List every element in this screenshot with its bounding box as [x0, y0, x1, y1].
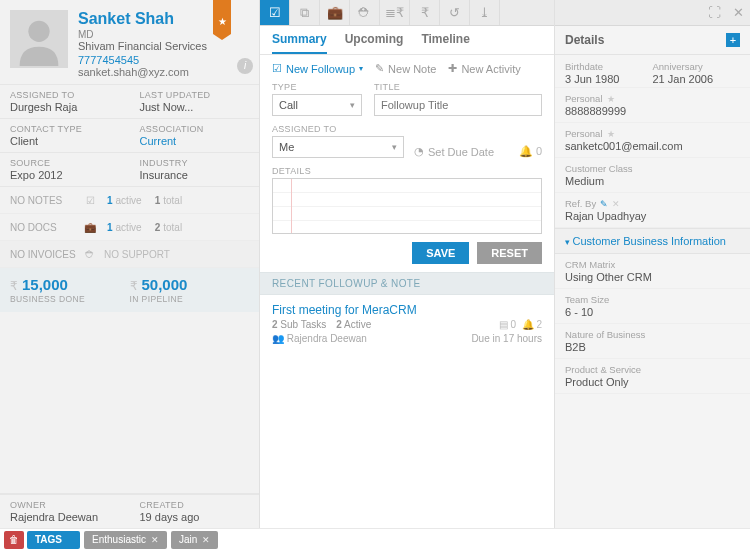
title-input[interactable] [374, 94, 542, 116]
last-updated-label: LAST UPDATED [140, 90, 250, 100]
star-icon[interactable]: ★ [607, 129, 615, 139]
bookmark-ribbon[interactable]: ★ [213, 0, 231, 34]
docs-counter[interactable]: NO DOCS 💼 1active 2total [0, 214, 259, 241]
contact-type-value: Client [10, 135, 120, 147]
nature-value: B2B [565, 341, 740, 353]
save-button[interactable]: SAVE [412, 242, 469, 264]
contact-email[interactable]: sanket.shah@xyz.com [78, 66, 207, 78]
note-icon: ✎ [375, 62, 384, 75]
check-icon: ☑ [82, 192, 98, 208]
recent-item[interactable]: First meeting for MeraCRM 2 Sub Tasks 2 … [260, 295, 554, 352]
new-followup-action[interactable]: ☑New Followup▾ [272, 62, 363, 75]
assigned-to-value: Durgesh Raja [10, 101, 120, 113]
toolbar-copy-icon[interactable]: ⧉ [290, 0, 320, 25]
new-note-action[interactable]: ✎New Note [375, 62, 436, 75]
nature-label: Nature of Business [565, 329, 740, 340]
expand-icon[interactable]: ⛶ [702, 0, 726, 25]
notes-counter[interactable]: NO NOTES ☑ 1active 1total [0, 187, 259, 214]
tag-chip[interactable]: Enthusiastic✕ [84, 531, 167, 549]
support-icon: ⛑ [82, 246, 98, 262]
association-value[interactable]: Current [140, 135, 250, 147]
crm-matrix-label: CRM Matrix [565, 259, 740, 270]
business-pipeline: ₹50,000 IN PIPELINE [130, 276, 250, 304]
rupee-icon: ₹ [130, 279, 138, 293]
reminder-bell[interactable]: 🔔 0 [519, 145, 542, 158]
reset-button[interactable]: RESET [477, 242, 542, 264]
recent-title[interactable]: First meeting for MeraCRM [272, 303, 542, 317]
invoices-counter[interactable]: NO INVOICES ⛑ NO SUPPORT [0, 241, 259, 268]
close-icon[interactable]: ✕ [726, 0, 750, 25]
business-done: ₹15,000 BUSINESS DONE [10, 276, 130, 304]
set-due-date[interactable]: ◔Set Due Date [414, 145, 494, 158]
personal-phone-label: Personal [565, 93, 603, 104]
source-value: Expo 2012 [10, 169, 120, 181]
tab-upcoming[interactable]: Upcoming [345, 32, 404, 54]
contact-name[interactable]: Sanket Shah [78, 10, 207, 28]
tab-timeline[interactable]: Timeline [421, 32, 469, 54]
toolbar-support-icon[interactable]: ⛑ [350, 0, 380, 25]
type-label: TYPE [272, 82, 362, 92]
industry-value: Insurance [140, 169, 250, 181]
clock-icon: ◔ [414, 145, 424, 158]
assigned-label: ASSIGNED TO [272, 124, 404, 134]
contact-sidebar: ★ i Sanket Shah MD Shivam Financial Serv… [0, 0, 260, 528]
add-detail-button[interactable]: + [726, 33, 740, 47]
recent-due: Due in 17 hours [471, 333, 542, 344]
bell-icon: 🔔 [522, 319, 534, 330]
crm-matrix-value: Using Other CRM [565, 271, 740, 283]
industry-label: INDUSTRY [140, 158, 250, 168]
details-label: DETAILS [272, 166, 542, 176]
main-panel: ☑ ⧉ 💼 ⛑ ≣₹ ₹ ↺ ⤓ Summary Upcoming Timeli… [260, 0, 555, 528]
toolbar-rupee-icon[interactable]: ₹ [410, 0, 440, 25]
toolbar-briefcase-icon[interactable]: 💼 [320, 0, 350, 25]
contact-role: MD [78, 29, 207, 40]
details-textarea[interactable] [272, 178, 542, 234]
toolbar-tasks-icon[interactable]: ☑ [260, 0, 290, 25]
customer-class-value: Medium [565, 175, 740, 187]
new-activity-action[interactable]: ✚New Activity [448, 62, 520, 75]
tags-bar: 🗑 TAGS Enthusiastic✕ Jain✕ [0, 528, 750, 550]
owner-value: Rajendra Deewan [10, 511, 120, 523]
anniversary-label: Anniversary [653, 61, 741, 72]
tags-label-chip[interactable]: TAGS [27, 531, 80, 549]
toolbar: ☑ ⧉ 💼 ⛑ ≣₹ ₹ ↺ ⤓ [260, 0, 554, 26]
star-icon[interactable]: ★ [607, 94, 615, 104]
tag-chip[interactable]: Jain✕ [171, 531, 218, 549]
type-select[interactable]: Call▾ [272, 94, 362, 116]
refby-label: Ref. By [565, 198, 596, 209]
anniversary-value: 21 Jan 2006 [653, 73, 741, 85]
details-panel: ⛶ ✕ Details + Birthdate3 Jun 1980 Annive… [555, 0, 750, 528]
remove-icon[interactable]: ✕ [612, 199, 620, 209]
personal-email-label: Personal [565, 128, 603, 139]
personal-phone-value: 8888889999 [565, 105, 740, 117]
pencil-icon[interactable]: ✎ [600, 199, 608, 209]
tab-summary[interactable]: Summary [272, 32, 327, 54]
team-size-value: 6 - 10 [565, 306, 740, 318]
trash-icon[interactable]: 🗑 [4, 531, 24, 549]
svg-point-0 [28, 21, 49, 42]
remove-tag-icon[interactable]: ✕ [202, 535, 210, 545]
toolbar-history-icon[interactable]: ↺ [440, 0, 470, 25]
info-icon[interactable]: i [237, 58, 253, 74]
last-updated-value: Just Now... [140, 101, 250, 113]
source-label: SOURCE [10, 158, 120, 168]
product-label: Product & Service [565, 364, 740, 375]
assigned-select[interactable]: Me▾ [272, 136, 404, 158]
toolbar-list-icon[interactable]: ≣₹ [380, 0, 410, 25]
customer-class-label: Customer Class [565, 163, 740, 174]
chevron-down-icon: ▾ [350, 100, 355, 110]
created-value: 19 days ago [140, 511, 250, 523]
check-icon: ☑ [272, 62, 282, 75]
contact-phone[interactable]: 7777454545 [78, 54, 207, 66]
chevron-down-icon: ▾ [359, 64, 363, 73]
chevron-down-icon: ▾ [392, 142, 397, 152]
association-label: ASSOCIATION [140, 124, 250, 134]
personal-email-value: sanketc001@email.com [565, 140, 740, 152]
toolbar-download-icon[interactable]: ⤓ [470, 0, 500, 25]
star-icon: ★ [213, 16, 231, 27]
briefcase-icon: 💼 [82, 219, 98, 235]
business-info-section[interactable]: Customer Business Information [555, 228, 750, 254]
avatar[interactable] [10, 10, 68, 68]
remove-tag-icon[interactable]: ✕ [151, 535, 159, 545]
contact-company: Shivam Financial Services [78, 40, 207, 52]
